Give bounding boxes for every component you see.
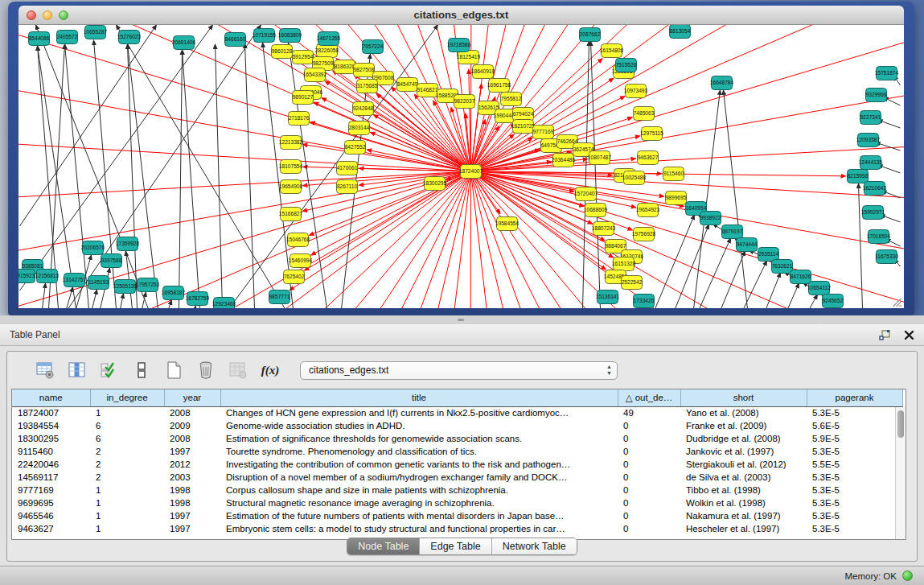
column-header-out_de[interactable]: △ out_de… xyxy=(618,389,680,406)
column-header-short[interactable]: short xyxy=(680,389,807,406)
import-table-button-disabled xyxy=(228,360,248,381)
table-row[interactable]: 2242004622012Investigating the contribut… xyxy=(12,458,902,471)
graph-node-label: 17016504 xyxy=(867,233,891,239)
table-row[interactable]: 946362711997Embryonic stem cells: a mode… xyxy=(12,522,902,535)
table-cell: Jankovic et al. (1997) xyxy=(680,445,807,458)
graph-node-label: 8466160 xyxy=(225,36,246,42)
column-header-pagerank[interactable]: pagerank xyxy=(807,389,902,406)
table-cell: 5.3E-5 xyxy=(807,406,902,419)
graph-node-label: 9474444 xyxy=(737,241,758,247)
table-row[interactable]: 911546021997Tourette syndrome. Phenomeno… xyxy=(12,445,902,458)
table-row[interactable]: 1456911722003Disruption of a novel membe… xyxy=(12,471,902,484)
table-cell: 18724007 xyxy=(12,406,90,419)
graph-node-label: 19756928 xyxy=(632,231,656,237)
table-cell: Genome-wide association studies in ADHD. xyxy=(220,419,618,432)
table-cell: 5.3E-5 xyxy=(807,496,902,509)
tab-network-table[interactable]: Network Table xyxy=(492,538,577,554)
table-cell: 1998 xyxy=(164,484,220,496)
graph-node-label: 20206576 xyxy=(81,245,105,250)
graph-node-label: 7955812 xyxy=(501,96,522,101)
horizontal-splitter[interactable] xyxy=(0,315,924,324)
table-cell: 1997 xyxy=(164,445,220,458)
table-cell: Hescheler et al. (1997) xyxy=(680,522,807,535)
network-graph[interactable]: 1872400798601285912954282260589827509818… xyxy=(18,25,904,308)
graph-node-label: 9227341 xyxy=(860,114,881,120)
graph-node-label: 18125419 xyxy=(457,54,481,60)
table-row[interactable]: 969969511998Structural magnetic resonanc… xyxy=(12,496,902,509)
network-canvas[interactable]: 1872400798601285912954282260589827509818… xyxy=(18,25,904,308)
table-tabs: Node TableEdge TableNetwork Table xyxy=(7,538,917,555)
graph-node-label: 9245652 xyxy=(823,298,844,303)
close-panel-icon[interactable] xyxy=(901,328,916,342)
network-window[interactable]: citations_edges.txt 18724007986012859129… xyxy=(8,2,914,315)
table-cell: 2003 xyxy=(164,471,220,484)
table-row[interactable]: 1830029562008Estimation of significance … xyxy=(12,432,902,445)
show-columns-button[interactable] xyxy=(67,360,88,381)
tab-edge-table[interactable]: Edge Table xyxy=(420,538,491,554)
graph-node-label: 19654923 xyxy=(636,207,660,212)
graph-node-label: 4170061 xyxy=(337,165,358,171)
table-cell: 0 xyxy=(618,419,680,432)
column-header-in_degree[interactable]: in_degree xyxy=(90,389,164,406)
graph-node-label: 9822037 xyxy=(454,98,475,104)
table-cell: 2009 xyxy=(164,419,220,432)
graph-node-label: 16782759 xyxy=(186,295,210,301)
select-columns-button[interactable] xyxy=(99,360,120,381)
table-row[interactable]: 1938455462009Genome-wide association stu… xyxy=(12,419,902,432)
table-scrollbar[interactable] xyxy=(895,407,906,539)
graph-node-label: 1733426 xyxy=(634,298,655,303)
graph-node-label: 9890127 xyxy=(293,94,314,100)
column-header-title[interactable]: title xyxy=(220,389,618,406)
network-window-titlebar[interactable]: citations_edges.txt xyxy=(18,6,904,25)
graph-node-label: 7485063 xyxy=(634,110,655,116)
column-header-year[interactable]: year xyxy=(164,389,220,406)
graph-node-label: 15460994 xyxy=(289,257,313,263)
graph-node-label: 16154808 xyxy=(600,47,624,53)
graph-node-label: 18107554 xyxy=(279,163,303,169)
table-row[interactable]: 1872400712008Changes of HCN gene express… xyxy=(12,406,902,419)
graph-node-label: 16958187 xyxy=(162,290,186,295)
graph-node-label: 5912954 xyxy=(293,54,314,60)
table-cell: Embryonic stem cells: a model to study s… xyxy=(220,522,618,535)
graph-node-label: 20364486 xyxy=(552,157,576,163)
graph-node-label: 8471626 xyxy=(791,274,811,279)
table-row[interactable]: 946554611997Estimation of the future num… xyxy=(12,509,902,522)
table-cell: Yano et al. (2008) xyxy=(680,406,807,419)
table-cell: Corpus callosum shape and size in male p… xyxy=(220,484,618,496)
graph-node-label: 16210725 xyxy=(511,123,536,129)
graph-node-label: 8215958 xyxy=(848,173,869,179)
table-panel: Table Panel xyxy=(0,324,924,566)
table-panel-body: f(x) citations_edges.txt ▲▼ namein_degre… xyxy=(6,351,918,562)
table-cell: 0 xyxy=(618,496,680,509)
table-mode-button[interactable] xyxy=(35,360,55,381)
graph-node-label: 10688609 xyxy=(584,207,608,212)
table-cell: 0 xyxy=(618,484,680,496)
graph-node-label: 12975115 xyxy=(640,130,663,136)
graph-node-label: 2087662 xyxy=(580,31,601,37)
delete-column-button[interactable] xyxy=(195,360,216,381)
create-column-button[interactable] xyxy=(163,360,184,381)
graph-node-label: 9860128 xyxy=(272,48,293,54)
node-table[interactable]: namein_degreeyeartitle△ out_de…shortpage… xyxy=(11,389,906,540)
float-panel-icon[interactable] xyxy=(877,328,892,342)
graph-node-label: 10655287 xyxy=(84,29,108,35)
table-cell: 5.3E-5 xyxy=(807,484,902,496)
graph-node-label: 9827509 xyxy=(313,60,334,66)
graph-node-label: 18807243 xyxy=(592,225,616,231)
graph-node-label: 2803144 xyxy=(349,125,370,130)
row-options-button[interactable] xyxy=(131,360,152,381)
graph-node-label: 14671355 xyxy=(317,35,341,41)
memory-status-label: Memory: OK xyxy=(844,571,897,581)
table-cell: 6 xyxy=(90,432,164,445)
function-builder-button[interactable]: f(x) xyxy=(260,360,281,381)
table-row[interactable]: 977716911998Corpus callosum shape and si… xyxy=(12,484,902,496)
table-cell: 0 xyxy=(618,509,680,522)
graph-node-label: 10807487 xyxy=(588,154,612,160)
tab-node-table[interactable]: Node Table xyxy=(347,538,420,554)
column-header-name[interactable]: name xyxy=(12,389,90,406)
graph-node-label: 9329966 xyxy=(866,92,887,97)
graph-node-label: 2405572 xyxy=(57,34,78,39)
graph-node-label: 12923468 xyxy=(212,301,236,307)
scrollbar-thumb[interactable] xyxy=(897,410,904,438)
table-selector[interactable]: citations_edges.txt ▲▼ xyxy=(300,361,618,380)
